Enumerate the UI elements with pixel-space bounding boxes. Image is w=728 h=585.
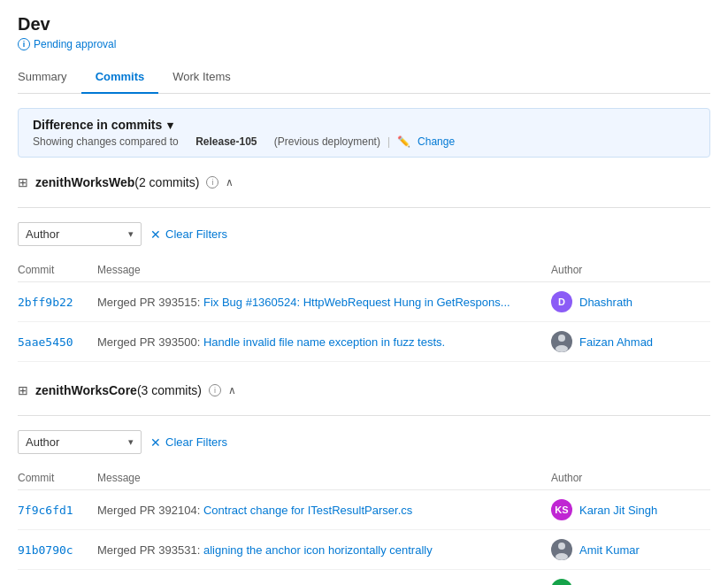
avatar <box>551 539 572 560</box>
col-header-author: Author <box>551 258 710 282</box>
repo-icon: ⊞ <box>18 383 28 397</box>
status-text: Pending approval <box>34 38 116 50</box>
commit-hash[interactable]: 5aae5450 <box>18 335 73 349</box>
diff-title[interactable]: Difference in commits ▾ <box>33 118 695 132</box>
col-header-commit: Commit <box>18 466 97 490</box>
change-link[interactable]: Change <box>418 135 455 148</box>
repo-collapse-icon[interactable]: ∧ <box>228 384 236 396</box>
author-dropdown-repo2[interactable]: Author ▾ <box>18 430 142 454</box>
commit-hash[interactable]: 91b0790c <box>18 543 73 557</box>
diff-chevron: ▾ <box>167 119 173 132</box>
compared-to-release: Release-105 <box>195 135 257 148</box>
clear-filters-repo2[interactable]: ✕ Clear Filters <box>150 435 227 450</box>
repo-icon: ⊞ <box>18 175 28 189</box>
commit-message: Merged PR 393500: Handle invalid file na… <box>97 335 445 349</box>
clear-filters-repo1[interactable]: ✕ Clear Filters <box>150 227 227 242</box>
col-header-message: Message <box>97 466 551 490</box>
commit-hash[interactable]: 2bff9b22 <box>18 296 73 309</box>
svg-point-0 <box>558 335 565 342</box>
repo-section-zenithWorksCore: ⊞ zenithWorksCore(3 commits) i ∧ Author … <box>18 383 710 585</box>
col-header-author: Author <box>551 466 710 490</box>
diff-subtitle-prefix: Showing changes compared to <box>33 135 179 148</box>
svg-point-2 <box>558 543 565 550</box>
repo-info-icon[interactable]: i <box>206 176 218 189</box>
author-name[interactable]: Amit Kumar <box>579 543 640 557</box>
clear-x-icon: ✕ <box>150 227 161 242</box>
author-cell: KS Karan Jit Singh <box>551 499 710 520</box>
commit-hash[interactable]: 7f9c6fd1 <box>18 504 73 517</box>
author-name[interactable]: Karan Jit Singh <box>579 504 657 517</box>
divider <box>18 207 710 208</box>
tab-commits[interactable]: Commits <box>81 63 159 94</box>
commit-message: Merged PR 393531: aligning the anchor ic… <box>97 543 433 557</box>
svg-point-3 <box>556 553 568 560</box>
repo-section-zenithWorksWeb: ⊞ zenithWorksWeb(2 commits) i ∧ Author ▾… <box>18 175 710 362</box>
author-dropdown-repo1[interactable]: Author ▾ <box>18 222 142 246</box>
author-cell: D Dhashrath <box>551 291 710 312</box>
author-cell: Faizan Ahmad <box>551 331 710 352</box>
info-icon: i <box>18 38 30 50</box>
divider <box>18 415 710 416</box>
dropdown-arrow: ▾ <box>128 228 134 240</box>
avatar: ND <box>551 579 572 585</box>
tab-work-items[interactable]: Work Items <box>158 63 245 94</box>
col-header-commit: Commit <box>18 258 97 282</box>
table-row: 43806e58 Merged PR 393525: Show no pipel… <box>18 570 710 586</box>
page-title: Dev <box>18 14 710 35</box>
table-row: 2bff9b22 Merged PR 393515: Fix Bug #1360… <box>18 282 710 322</box>
repo-collapse-icon[interactable]: ∧ <box>226 176 234 189</box>
tab-summary[interactable]: Summary <box>18 63 81 94</box>
col-header-message: Message <box>97 258 551 282</box>
commits-table-repo2: Commit Message Author 7f9c6fd1 Merged PR… <box>18 466 710 585</box>
table-row: 91b0790c Merged PR 393531: aligning the … <box>18 530 710 570</box>
dropdown-arrow: ▾ <box>128 436 134 448</box>
avatar: KS <box>551 499 572 520</box>
commit-message: Merged PR 392104: Contract change for IT… <box>97 504 412 517</box>
avatar <box>551 331 572 352</box>
pending-approval-status: i Pending approval <box>18 38 710 50</box>
repo-info-icon[interactable]: i <box>209 384 221 396</box>
author-name[interactable]: Dhashrath <box>579 296 632 309</box>
table-row: 5aae5450 Merged PR 393500: Handle invali… <box>18 322 710 362</box>
repo-name: zenithWorksCore(3 commits) <box>35 383 202 397</box>
author-name[interactable]: Faizan Ahmad <box>579 335 653 349</box>
author-cell: Amit Kumar <box>551 539 710 560</box>
pencil-icon: ✏️ <box>397 135 410 148</box>
diff-banner: Difference in commits ▾ Showing changes … <box>18 108 710 158</box>
avatar: D <box>551 291 572 312</box>
commit-message: Merged PR 393515: Fix Bug #1360524: Http… <box>97 296 510 309</box>
svg-point-1 <box>556 345 568 352</box>
table-row: 7f9c6fd1 Merged PR 392104: Contract chan… <box>18 490 710 530</box>
repo-name: zenithWorksWeb(2 commits) <box>35 175 199 189</box>
author-cell: ND Nidhi Dabas <box>551 579 710 585</box>
commits-table-repo1: Commit Message Author 2bff9b22 Merged PR… <box>18 258 710 362</box>
clear-x-icon: ✕ <box>150 435 161 450</box>
tabs-bar: Summary Commits Work Items <box>18 63 710 94</box>
compared-to-note: (Previous deployment) <box>274 135 380 148</box>
